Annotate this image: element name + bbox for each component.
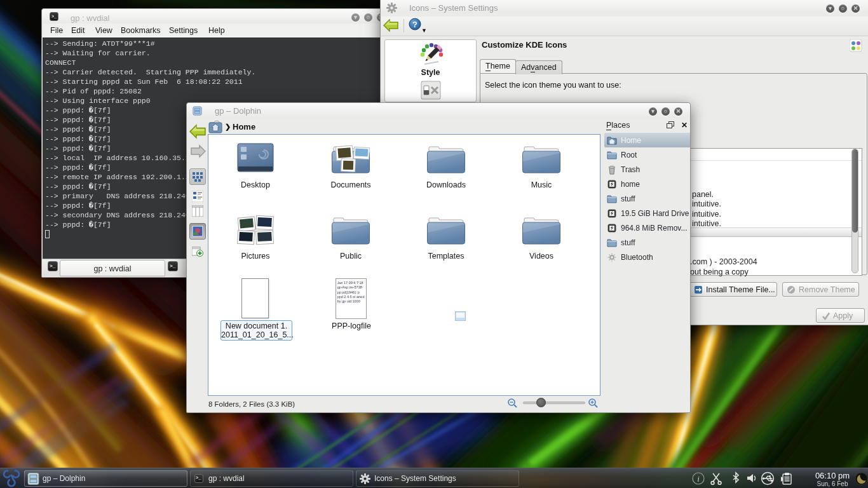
svg-text:i: i <box>697 474 700 484</box>
svg-text:?: ? <box>412 20 417 29</box>
